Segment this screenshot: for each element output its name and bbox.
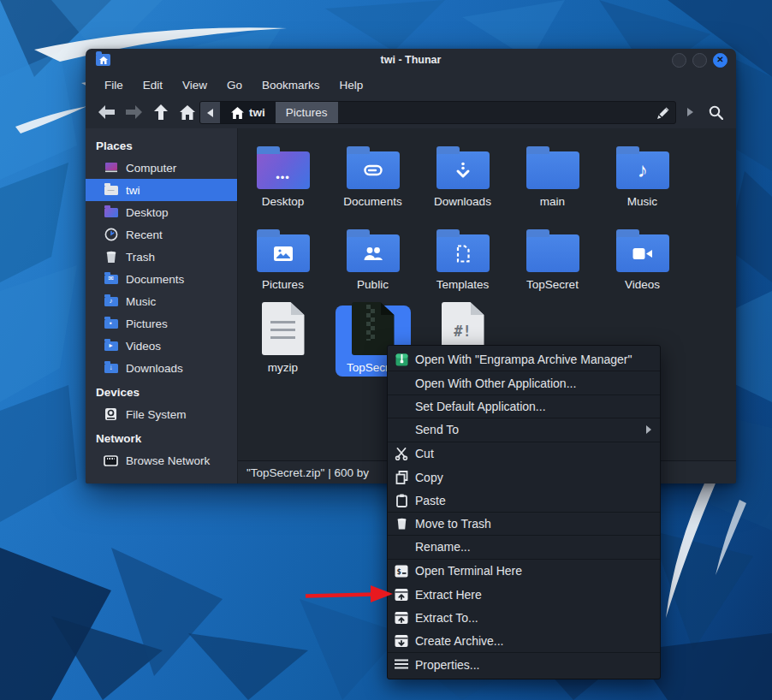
sidebar-header-network: Network — [86, 428, 237, 449]
archive-icon — [395, 634, 408, 648]
path-crumb-pictures[interactable]: Pictures — [276, 102, 338, 123]
file-myzip[interactable]: myzip — [238, 306, 328, 389]
trash-icon — [104, 250, 118, 264]
terminal-icon: $ — [395, 564, 408, 578]
plain-folder-icon — [526, 234, 579, 272]
file-pictures[interactable]: Pictures — [238, 222, 328, 306]
path-bar: twi Pictures — [199, 101, 676, 124]
sidebar-item-pictures[interactable]: ▪ Pictures — [86, 312, 237, 335]
sidebar-item-browse-network[interactable]: Browse Network — [86, 449, 237, 472]
toolbar: twi Pictures — [86, 97, 736, 128]
menu-item-open-with-other[interactable]: Open With Other Application... — [388, 371, 660, 394]
menu-item-paste[interactable]: Paste — [388, 489, 660, 512]
video-camera-icon — [632, 247, 653, 260]
people-icon — [363, 246, 383, 261]
home-folder-icon: — — [104, 183, 118, 198]
pictures-folder-icon — [257, 234, 310, 272]
properties-icon — [395, 658, 408, 672]
sidebar-item-trash[interactable]: Trash — [86, 246, 237, 268]
menu-item-properties[interactable]: Properties... — [388, 653, 660, 676]
titlebar[interactable]: twi - Thunar — [86, 49, 736, 73]
minimize-button[interactable] — [672, 53, 686, 68]
file-main[interactable]: main — [508, 139, 597, 222]
home-icon — [231, 107, 244, 119]
file-documents[interactable]: Documents — [328, 139, 418, 222]
desktop-folder-icon — [104, 205, 118, 220]
path-scroll-left-button[interactable] — [200, 102, 221, 123]
documents-folder-icon — [347, 151, 400, 189]
music-folder-icon: ♪ — [104, 294, 118, 309]
menu-item-rename[interactable]: Rename... — [388, 536, 660, 559]
forward-button[interactable] — [123, 102, 144, 122]
sidebar-item-file-system[interactable]: File System — [86, 403, 237, 425]
videos-folder-icon: ▸ — [104, 339, 118, 353]
image-icon — [274, 246, 293, 261]
templates-folder-icon — [436, 234, 490, 272]
submenu-arrow-icon — [646, 425, 651, 434]
menu-item-send-to[interactable]: Send To — [388, 418, 660, 442]
menu-edit[interactable]: Edit — [135, 76, 170, 94]
sidebar-item-music[interactable]: ♪ Music — [86, 290, 237, 312]
extract-icon — [395, 611, 408, 625]
menubar: File Edit View Go Bookmarks Help — [86, 73, 736, 97]
file-desktop[interactable]: ••• Desktop — [238, 139, 328, 222]
engrampa-icon — [395, 353, 408, 366]
sidebar: Places Computer — twi Desktop Recent — [86, 128, 238, 483]
menu-item-copy[interactable]: Copy — [388, 466, 660, 489]
videos-folder-icon — [616, 234, 669, 272]
svg-text:$: $ — [397, 567, 401, 575]
computer-icon — [104, 161, 118, 175]
sidebar-item-twi[interactable]: — twi — [86, 179, 237, 201]
pictures-folder-icon: ▪ — [104, 317, 118, 331]
sidebar-item-videos[interactable]: ▸ Videos — [86, 335, 237, 357]
path-entry[interactable] — [338, 102, 651, 123]
menu-view[interactable]: View — [175, 76, 215, 94]
sidebar-item-downloads[interactable]: ↓ Downloads — [86, 357, 237, 379]
sidebar-header-devices: Devices — [86, 382, 237, 403]
network-icon — [104, 454, 118, 468]
edit-path-icon[interactable] — [651, 102, 675, 123]
documents-folder-icon: ✉ — [104, 272, 118, 287]
menu-item-create-archive[interactable]: Create Archive... — [388, 630, 660, 653]
paperclip-icon — [364, 164, 383, 176]
context-menu: Open With "Engrampa Archive Manager" Ope… — [387, 345, 661, 679]
menu-go[interactable]: Go — [219, 76, 250, 94]
home-button[interactable] — [177, 102, 198, 122]
menu-file[interactable]: File — [97, 76, 131, 94]
file-templates[interactable]: Templates — [418, 222, 508, 306]
path-scroll-right-button[interactable] — [682, 103, 698, 122]
menu-item-open-terminal-here[interactable]: $ Open Terminal Here — [388, 560, 660, 583]
sidebar-item-desktop[interactable]: Desktop — [86, 201, 237, 223]
file-videos[interactable]: Videos — [597, 222, 687, 306]
menu-help[interactable]: Help — [332, 76, 371, 94]
sidebar-item-documents[interactable]: ✉ Documents — [86, 268, 237, 290]
file-music[interactable]: ♪ Music — [597, 139, 687, 222]
music-folder-icon: ♪ — [616, 151, 669, 189]
sidebar-item-recent[interactable]: Recent — [86, 223, 237, 246]
menu-bookmarks[interactable]: Bookmarks — [254, 76, 328, 94]
status-text: "TopSecret.zip" | 600 by — [246, 466, 369, 479]
menu-item-open-with-engrampa[interactable]: Open With "Engrampa Archive Manager" — [388, 348, 660, 371]
desktop-folder-icon: ••• — [257, 151, 310, 189]
trash-icon — [395, 517, 408, 531]
downloads-folder-icon: ↓ — [104, 361, 118, 376]
search-button[interactable] — [704, 101, 727, 123]
menu-item-cut[interactable]: Cut — [388, 442, 660, 466]
close-button[interactable] — [713, 53, 727, 68]
menu-item-set-default-application[interactable]: Set Default Application... — [388, 395, 660, 418]
file-public[interactable]: Public — [328, 222, 418, 306]
file-topsecret-folder[interactable]: TopSecret — [508, 222, 597, 306]
file-downloads[interactable]: Downloads — [418, 139, 508, 222]
up-button[interactable] — [151, 102, 171, 122]
menu-item-extract-here[interactable]: Extract Here — [388, 583, 660, 606]
menu-item-move-to-trash[interactable]: Move to Trash — [388, 513, 660, 536]
maximize-button[interactable] — [692, 53, 707, 68]
menu-item-extract-to[interactable]: Extract To... — [388, 606, 660, 629]
path-crumb-home[interactable]: twi — [221, 102, 276, 123]
public-folder-icon — [347, 234, 400, 272]
sidebar-item-computer[interactable]: Computer — [86, 157, 237, 179]
back-button[interactable] — [96, 102, 116, 122]
plain-folder-icon — [526, 151, 579, 189]
window-title: twi - Thunar — [86, 54, 736, 66]
sidebar-header-places: Places — [86, 135, 237, 157]
